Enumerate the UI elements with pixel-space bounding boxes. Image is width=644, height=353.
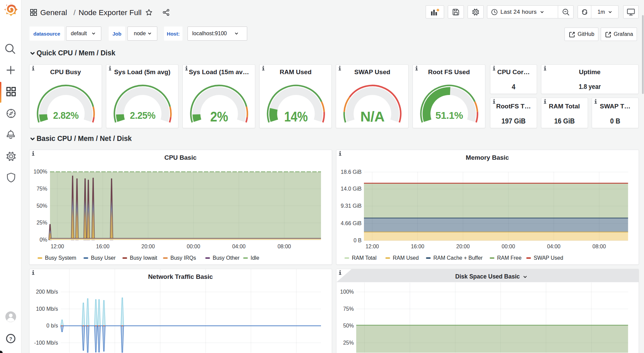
svg-text:14%: 14% xyxy=(284,109,308,124)
svg-text:51.1%: 51.1% xyxy=(435,110,463,121)
svg-text:N/A: N/A xyxy=(361,109,385,124)
svg-text:2%: 2% xyxy=(210,109,228,124)
svg-text:2.25%: 2.25% xyxy=(130,110,155,121)
svg-text:?: ? xyxy=(9,336,12,342)
svg-text:2.82%: 2.82% xyxy=(53,110,78,121)
